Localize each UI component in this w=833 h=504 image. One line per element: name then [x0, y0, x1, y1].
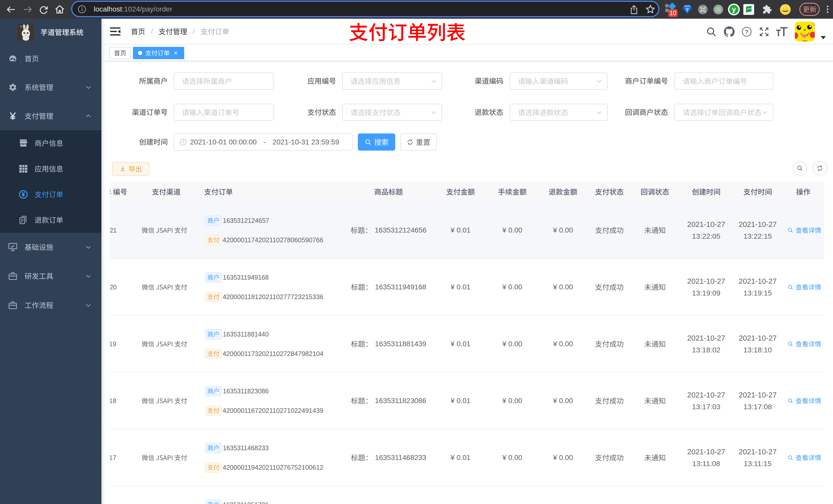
- svg-text:y: y: [732, 6, 736, 13]
- svg-text:?: ?: [745, 29, 748, 35]
- svg-text:10: 10: [670, 9, 676, 16]
